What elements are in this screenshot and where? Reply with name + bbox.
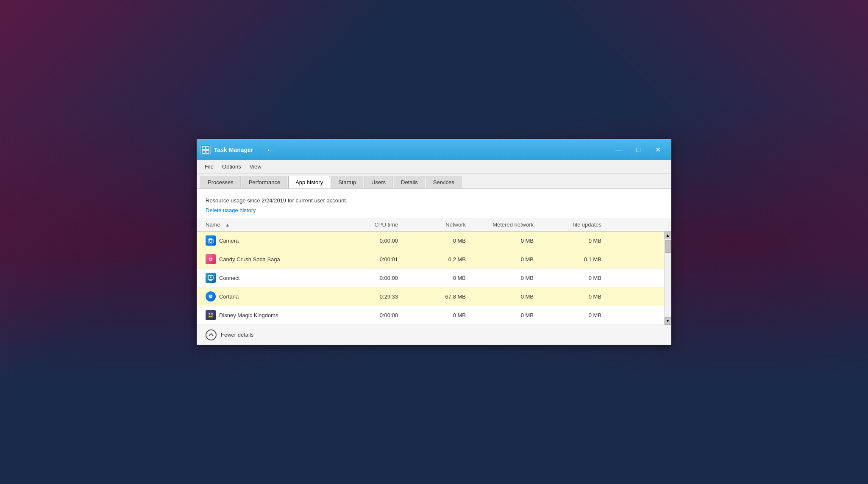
cell-cpu-disney: 0:00:00 xyxy=(337,312,405,318)
menu-file[interactable]: File xyxy=(200,162,218,171)
cell-cpu-cortana: 0:29:33 xyxy=(337,293,405,300)
table-header: Name ▲ CPU time Network Metered network … xyxy=(197,218,671,232)
app-name-cortana: Cortana xyxy=(219,293,239,300)
svg-point-13 xyxy=(210,277,211,278)
cell-cpu-candy: 0:00:01 xyxy=(337,256,405,263)
tab-app-history[interactable]: App history xyxy=(288,176,330,188)
cell-cpu-camera: 0:00:00 xyxy=(337,238,405,244)
minimize-button[interactable]: — xyxy=(609,140,629,160)
content-header: Resource usage since 2/24/2019 for curre… xyxy=(197,189,671,218)
cell-name-cortana: Cortana xyxy=(197,291,337,301)
table-row[interactable]: Candy Crush Soda Saga 0:00:01 0.2 MB 0 M… xyxy=(197,250,671,269)
menu-bar: File Options View xyxy=(197,160,671,174)
app-name-connect: Connect xyxy=(219,275,239,281)
cell-metered-disney: 0 MB xyxy=(473,312,540,318)
cell-tile-disney: 0 MB xyxy=(540,312,608,318)
cell-network-candy: 0.2 MB xyxy=(405,256,473,263)
footer: Fewer details xyxy=(197,325,671,345)
tab-services[interactable]: Services xyxy=(426,176,462,188)
fewer-details-label[interactable]: Fewer details xyxy=(221,332,253,338)
tab-performance[interactable]: Performance xyxy=(242,176,287,188)
svg-point-8 xyxy=(209,258,211,260)
cell-name-connect: Connect xyxy=(197,273,337,283)
cell-tile-connect: 0 MB xyxy=(540,275,608,281)
resource-text: Resource usage since 2/24/2019 for curre… xyxy=(206,197,662,204)
task-manager-window: Task Manager ← — □ ✕ File Options View P… xyxy=(197,139,671,345)
cell-name-disney: Disney Magic Kingdoms xyxy=(197,310,337,320)
table-container: Name ▲ CPU time Network Metered network … xyxy=(197,218,671,325)
table-body: Camera 0:00:00 0 MB 0 MB 0 MB xyxy=(197,232,671,325)
svg-point-9 xyxy=(211,258,212,260)
cell-tile-camera: 0 MB xyxy=(540,238,608,244)
cell-network-camera: 0 MB xyxy=(405,238,473,244)
title-bar: Task Manager ← — □ ✕ xyxy=(197,140,671,160)
scroll-thumb[interactable] xyxy=(665,240,671,253)
cell-tile-cortana: 0 MB xyxy=(540,293,608,300)
tab-details[interactable]: Details xyxy=(394,176,425,188)
window-controls: — □ ✕ xyxy=(609,140,668,160)
delete-usage-link[interactable]: Delete usage history xyxy=(206,207,256,213)
tab-users[interactable]: Users xyxy=(364,176,393,188)
sort-arrow-icon: ▲ xyxy=(225,222,230,227)
table-row[interactable]: Camera 0:00:00 0 MB 0 MB 0 MB xyxy=(197,232,671,250)
cell-name-camera: Camera xyxy=(197,235,337,246)
col-header-cpu[interactable]: CPU time xyxy=(337,218,405,231)
menu-view[interactable]: View xyxy=(245,162,266,171)
cell-network-disney: 0 MB xyxy=(405,312,473,318)
app-name-candy: Candy Crush Soda Saga xyxy=(219,256,280,263)
menu-options[interactable]: Options xyxy=(218,162,245,171)
cell-metered-connect: 0 MB xyxy=(473,275,540,281)
camera-app-icon xyxy=(206,235,216,246)
svg-rect-0 xyxy=(202,147,205,149)
tab-bar: Processes Performance App history Startu… xyxy=(197,174,671,189)
cell-network-connect: 0 MB xyxy=(405,275,473,281)
svg-rect-17 xyxy=(208,312,214,318)
candy-app-icon xyxy=(206,254,216,264)
connect-app-icon xyxy=(206,273,216,283)
cell-metered-cortana: 0 MB xyxy=(473,293,540,300)
cell-network-cortana: 67.8 MB xyxy=(405,293,473,300)
cell-metered-camera: 0 MB xyxy=(473,238,540,244)
maximize-button[interactable]: □ xyxy=(629,140,648,160)
cell-metered-candy: 0 MB xyxy=(473,256,540,263)
table-row[interactable]: Connect 0:00:00 0 MB 0 MB 0 MB xyxy=(197,269,671,288)
svg-rect-1 xyxy=(206,147,209,149)
cell-tile-candy: 0.1 MB xyxy=(540,256,608,263)
app-name-camera: Camera xyxy=(219,238,239,244)
svg-point-16 xyxy=(210,296,211,297)
svg-rect-3 xyxy=(206,150,209,153)
cortana-app-icon xyxy=(206,291,216,301)
app-icon xyxy=(200,145,211,155)
tab-processes[interactable]: Processes xyxy=(200,176,241,188)
disney-app-icon xyxy=(206,310,216,320)
table-row[interactable]: Cortana 0:29:33 67.8 MB 0 MB 0 MB xyxy=(197,288,671,306)
scroll-down-button[interactable]: ▼ xyxy=(665,317,671,325)
svg-point-19 xyxy=(211,313,213,315)
col-header-metered[interactable]: Metered network xyxy=(473,218,540,231)
fewer-details-button[interactable] xyxy=(206,329,217,340)
app-name-disney: Disney Magic Kingdoms xyxy=(219,312,278,318)
col-header-name[interactable]: Name ▲ xyxy=(197,218,337,231)
tab-startup[interactable]: Startup xyxy=(331,176,363,188)
content-area: Resource usage since 2/24/2019 for curre… xyxy=(197,189,671,325)
svg-rect-2 xyxy=(202,150,205,153)
cell-cpu-connect: 0:00:00 xyxy=(337,275,405,281)
window-title: Task Manager xyxy=(214,147,253,153)
scroll-up-button[interactable]: ▲ xyxy=(665,232,671,239)
scrollbar: ▲ ▼ xyxy=(664,232,671,325)
col-header-tile[interactable]: Tile updates xyxy=(540,218,608,231)
cell-name-candy: Candy Crush Soda Saga xyxy=(197,254,337,264)
col-header-network[interactable]: Network xyxy=(405,218,473,231)
svg-point-18 xyxy=(209,313,210,315)
back-button[interactable]: ← xyxy=(262,144,279,155)
table-row[interactable]: Disney Magic Kingdoms 0:00:00 0 MB 0 MB … xyxy=(197,306,671,325)
close-button[interactable]: ✕ xyxy=(648,140,668,160)
